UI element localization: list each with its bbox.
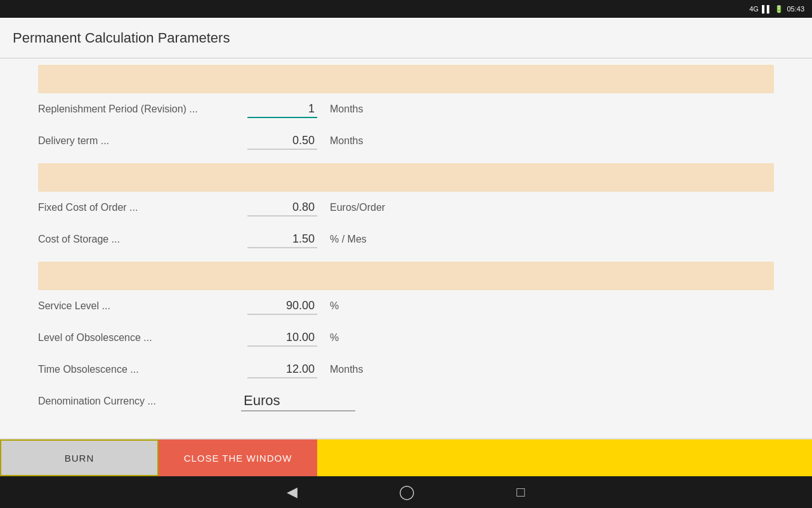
obsolescence-level-input-wrap [241, 330, 317, 347]
obsolescence-time-label: Time Obsolescence ... [38, 364, 241, 375]
delivery-unit: Months [330, 135, 406, 147]
obsolescence-level-label: Level of Obsolescence ... [38, 332, 241, 344]
replenishment-unit: Months [330, 104, 406, 115]
status-bar: 4G ▌▌ 🔋 05:43 [0, 0, 812, 18]
service-input[interactable] [247, 298, 317, 315]
replenishment-input[interactable] [247, 101, 317, 118]
obsolescence-level-row: Level of Obsolescence ... % [38, 322, 774, 354]
obsolescence-time-unit: Months [330, 364, 406, 375]
currency-input[interactable] [241, 391, 355, 411]
back-icon[interactable]: ◀ [287, 484, 298, 500]
delivery-label: Delivery term ... [38, 135, 241, 147]
signal-icon: 4G [749, 5, 759, 13]
burn-button[interactable]: BURN [0, 439, 159, 476]
service-input-wrap [241, 298, 317, 315]
replenishment-row: Replenishment Period (Revision) ... Mont… [38, 93, 774, 125]
replenishment-input-wrap [241, 101, 317, 118]
status-icons: 4G ▌▌ 🔋 05:43 [749, 5, 804, 13]
fixed-cost-input-wrap [241, 199, 317, 217]
storage-label: Cost of Storage ... [38, 234, 241, 245]
delivery-input-wrap [241, 133, 317, 150]
currency-label: Denomination Currency ... [38, 396, 241, 407]
obsolescence-time-input[interactable] [247, 361, 317, 378]
delivery-input[interactable] [247, 133, 317, 150]
obsolescence-level-input[interactable] [247, 330, 317, 347]
button-bar: BURN CLOSE THE WINDOW [0, 438, 812, 476]
storage-unit: % / Mes [330, 234, 406, 245]
service-row: Service Level ... % [38, 290, 774, 322]
close-button[interactable]: CLOSE THE WINDOW [159, 439, 317, 476]
obsolescence-time-row: Time Obsolescence ... Months [38, 354, 774, 385]
delivery-row: Delivery term ... Months [38, 125, 774, 157]
home-icon[interactable]: ◯ [399, 484, 415, 500]
wifi-icon: ▌▌ [762, 5, 772, 13]
fixed-cost-label: Fixed Cost of Order ... [38, 202, 241, 213]
time-display: 05:43 [787, 5, 804, 13]
currency-row: Denomination Currency ... [38, 385, 774, 417]
fixed-cost-unit: Euros/Order [330, 202, 406, 213]
currency-input-wrap [241, 391, 368, 411]
service-unit: % [330, 300, 406, 312]
page-title: Permanent Calculation Parameters [13, 30, 230, 46]
battery-icon: 🔋 [775, 5, 783, 13]
replenishment-label: Replenishment Period (Revision) ... [38, 104, 241, 115]
storage-input[interactable] [247, 231, 317, 248]
section-bar-2 [38, 163, 774, 192]
storage-row: Cost of Storage ... % / Mes [38, 224, 774, 255]
main-content: Replenishment Period (Revision) ... Mont… [0, 58, 812, 438]
section-bar-3 [38, 262, 774, 290]
service-label: Service Level ... [38, 300, 241, 312]
fixed-cost-input[interactable] [247, 199, 317, 217]
section-bar-1 [38, 65, 774, 93]
app-bar: Permanent Calculation Parameters [0, 18, 812, 58]
storage-input-wrap [241, 231, 317, 248]
fixed-cost-row: Fixed Cost of Order ... Euros/Order [38, 192, 774, 224]
nav-bar: ◀ ◯ □ [0, 476, 812, 508]
yellow-spacer [317, 439, 812, 476]
obsolescence-time-input-wrap [241, 361, 317, 378]
obsolescence-level-unit: % [330, 332, 406, 344]
recents-icon[interactable]: □ [516, 484, 525, 500]
